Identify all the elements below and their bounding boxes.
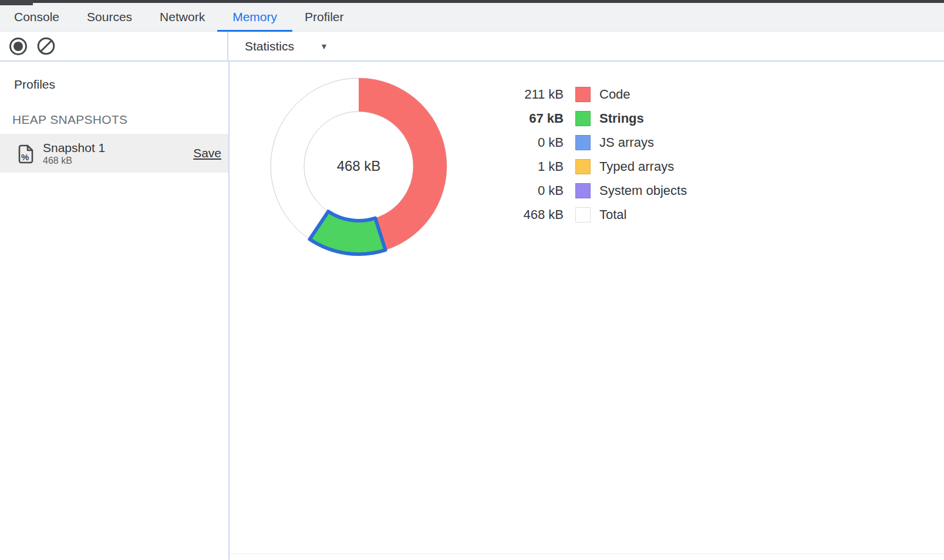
legend-swatch-typed-arrays [575, 159, 591, 174]
tab-sources[interactable]: Sources [87, 3, 132, 31]
profiles-sidebar: Profiles HEAP SNAPSHOTS % Snapshot 1 468… [0, 62, 230, 560]
memory-toolbar: Statistics ▼ [0, 32, 944, 62]
tab-console[interactable]: Console [14, 3, 59, 31]
legend-label: System objects [599, 183, 687, 198]
snapshot-size: 468 kB [43, 155, 105, 167]
snapshot-save-link[interactable]: Save [193, 146, 221, 160]
legend-row-code[interactable]: 211 kB Code [493, 82, 687, 106]
legend-swatch-system-objects [575, 183, 591, 198]
legend-value: 1 kB [493, 159, 564, 174]
svg-text:%: % [21, 152, 29, 162]
legend-label: Typed arrays [599, 159, 674, 174]
chevron-down-icon: ▼ [320, 42, 328, 51]
clear-profiles-button[interactable] [37, 37, 55, 55]
devtools-tabbar: Console Sources Network Memory Profiler [0, 3, 944, 32]
tab-profiler[interactable]: Profiler [305, 3, 344, 31]
perspective-select[interactable]: Statistics ▼ [245, 39, 328, 53]
legend-label: Strings [599, 111, 644, 126]
record-icon [9, 38, 27, 55]
legend-row-total[interactable]: 468 kB Total [493, 203, 687, 227]
legend-row-js-arrays[interactable]: 0 kB JS arrays [493, 130, 687, 154]
window-top-strip-nub [0, 0, 33, 5]
content-area: Profiles HEAP SNAPSHOTS % Snapshot 1 468… [0, 62, 944, 560]
legend-label: JS arrays [599, 135, 654, 150]
chart-legend: 211 kB Code 67 kB Strings 0 kB JS arrays… [493, 82, 687, 227]
legend-swatch-strings [575, 111, 591, 126]
panel-bottom-divider [230, 554, 944, 554]
toolbar-left-section [0, 32, 228, 60]
heap-snapshot-icon: % [18, 144, 34, 164]
legend-swatch-js-arrays [575, 135, 591, 150]
legend-value: 0 kB [493, 183, 564, 198]
snapshot-text: Snapshot 1 468 kB [43, 140, 105, 167]
toolbar-right-section: Statistics ▼ [228, 32, 944, 60]
legend-swatch-total [575, 207, 591, 222]
profiles-heading: Profiles [0, 62, 228, 92]
legend-row-system-objects[interactable]: 0 kB System objects [493, 178, 687, 203]
snapshot-title: Snapshot 1 [43, 140, 105, 155]
tab-memory[interactable]: Memory [232, 3, 277, 31]
legend-value: 468 kB [493, 207, 564, 222]
legend-value: 67 kB [493, 111, 564, 126]
heap-snapshots-section-heading: HEAP SNAPSHOTS [0, 92, 228, 134]
snapshot-list-item[interactable]: % Snapshot 1 468 kB Save [0, 134, 228, 173]
legend-row-typed-arrays[interactable]: 1 kB Typed arrays [493, 154, 687, 178]
window-top-strip [0, 0, 944, 3]
clear-icon [37, 37, 55, 55]
legend-row-strings[interactable]: 67 kB Strings [493, 106, 687, 130]
memory-donut-chart[interactable]: 468 kB [262, 69, 456, 263]
tab-network[interactable]: Network [160, 3, 205, 31]
legend-value: 211 kB [493, 87, 564, 102]
record-heap-snapshot-button[interactable] [9, 37, 27, 55]
legend-value: 0 kB [493, 135, 564, 150]
legend-label: Total [599, 207, 626, 222]
legend-label: Code [599, 87, 631, 102]
statistics-panel: 468 kB 211 kB Code 67 kB Strings 0 kB JS… [230, 62, 944, 560]
perspective-select-value: Statistics [245, 39, 294, 53]
legend-swatch-code [575, 87, 591, 102]
